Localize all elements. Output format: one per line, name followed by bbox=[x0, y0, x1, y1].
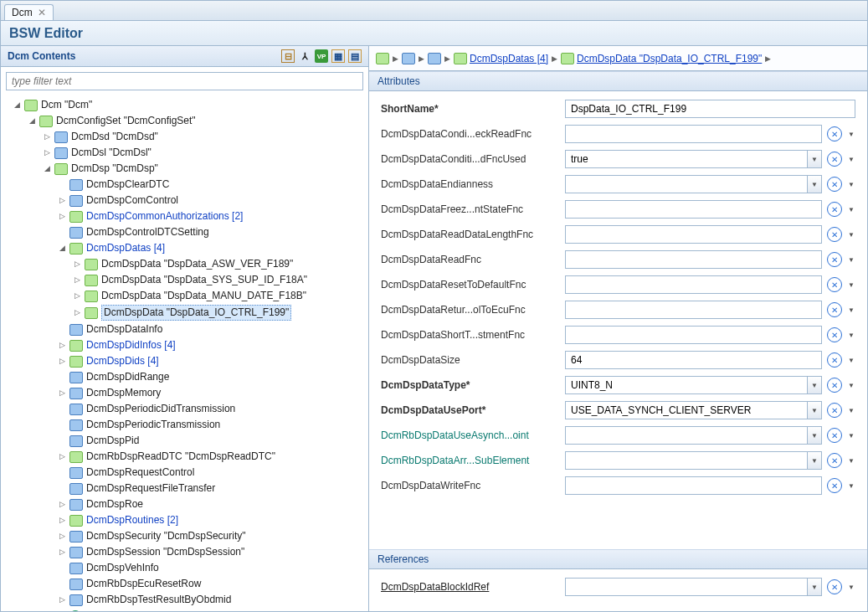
tree-node[interactable]: ▷DcmDspRoe bbox=[56, 496, 365, 512]
attribute-input[interactable] bbox=[565, 451, 807, 470]
collapse-icon[interactable]: ⊟ bbox=[281, 49, 295, 63]
attribute-input[interactable] bbox=[565, 376, 807, 394]
action-menu-icon[interactable]: ▼ bbox=[847, 357, 855, 364]
tree-node[interactable]: DcmDspControlDTCSetting bbox=[56, 224, 365, 240]
action-menu-icon[interactable]: ▼ bbox=[847, 256, 855, 264]
tree-node[interactable]: DcmDspPeriodicTransmission bbox=[56, 417, 365, 433]
reset-icon[interactable]: ✕ bbox=[827, 126, 842, 141]
expand-icon[interactable]: ▷ bbox=[58, 386, 66, 400]
tree-node[interactable]: TDcmDspDataDefaultEndianness - BIG_ENDIA… bbox=[56, 608, 365, 611]
reset-icon[interactable]: ✕ bbox=[827, 302, 842, 317]
action-menu-icon[interactable]: ▼ bbox=[847, 584, 855, 591]
action-menu-icon[interactable]: ▼ bbox=[847, 332, 855, 339]
filter-input[interactable] bbox=[6, 72, 363, 90]
action-menu-icon[interactable]: ▼ bbox=[847, 156, 855, 163]
tree-node[interactable]: DcmDspVehInfo bbox=[56, 560, 365, 576]
tree-node[interactable]: DcmDspDataInfo bbox=[56, 321, 365, 337]
tree-node[interactable]: ▷DcmDspDidInfos [4] bbox=[56, 337, 365, 353]
action-menu-icon[interactable]: ▼ bbox=[847, 382, 855, 389]
tree-node[interactable]: ▷DcmDsl "DcmDsl" bbox=[41, 145, 365, 161]
reset-icon[interactable]: ✕ bbox=[827, 478, 842, 493]
dropdown-icon[interactable]: ▼ bbox=[807, 451, 822, 470]
reset-icon[interactable]: ✕ bbox=[827, 453, 842, 468]
dropdown-icon[interactable]: ▼ bbox=[807, 175, 822, 193]
action-menu-icon[interactable]: ▼ bbox=[847, 482, 855, 490]
attribute-input[interactable] bbox=[565, 100, 855, 118]
tree-node[interactable]: ▷DcmDspSession "DcmDspSession" bbox=[56, 544, 365, 560]
action-menu-icon[interactable]: ▼ bbox=[847, 131, 855, 138]
expand-icon[interactable]: ▷ bbox=[58, 354, 66, 368]
collapse-icon[interactable]: ◢ bbox=[28, 114, 36, 128]
reset-icon[interactable]: ✕ bbox=[827, 152, 842, 167]
breadcrumb-item[interactable]: DcmDspDatas [4] bbox=[454, 53, 548, 64]
action-menu-icon[interactable]: ▼ bbox=[847, 206, 855, 213]
tree-node[interactable]: ▷DcmDspMemory bbox=[56, 385, 365, 401]
attribute-input[interactable] bbox=[565, 351, 822, 369]
tree-node[interactable]: ▷DcmDspDids [4] bbox=[56, 353, 365, 369]
action-menu-icon[interactable]: ▼ bbox=[847, 181, 855, 188]
tree-node[interactable]: DcmDspRequestControl bbox=[56, 465, 365, 481]
chevron-right-icon[interactable]: ▶ bbox=[552, 54, 557, 63]
tree-node[interactable]: DcmDspPeriodicDidTransmission bbox=[56, 401, 365, 417]
attribute-input[interactable] bbox=[565, 175, 807, 193]
expand-icon[interactable]: ▷ bbox=[73, 257, 81, 271]
attribute-input[interactable] bbox=[565, 225, 822, 244]
tree-node[interactable]: ◢DcmDspDatas [4] bbox=[56, 240, 365, 256]
tree-node[interactable]: ◢DcmConfigSet "DcmConfigSet" bbox=[26, 113, 365, 129]
collapse-icon[interactable]: ◢ bbox=[13, 98, 21, 112]
chevron-right-icon[interactable]: ▶ bbox=[444, 54, 450, 63]
tree-node[interactable]: ▷DcmDspData "DspData_IO_CTRL_F199" bbox=[71, 304, 365, 321]
dropdown-icon[interactable]: ▼ bbox=[807, 426, 822, 445]
vp-res-icon[interactable]: VP bbox=[315, 49, 328, 63]
tree-mode-icon[interactable]: ⅄ bbox=[298, 49, 311, 63]
attribute-input[interactable] bbox=[565, 578, 807, 596]
attribute-input[interactable] bbox=[565, 426, 807, 445]
action-menu-icon[interactable]: ▼ bbox=[847, 457, 855, 465]
breadcrumb-item[interactable] bbox=[428, 53, 441, 64]
expand-icon[interactable]: ▷ bbox=[58, 193, 66, 208]
attribute-input[interactable] bbox=[565, 275, 822, 294]
tree-node[interactable]: ▷DcmDspData "DspData_MANU_DATE_F18B" bbox=[71, 288, 365, 304]
expand-icon[interactable]: ▷ bbox=[58, 529, 66, 543]
tree-node[interactable]: DcmDspDidRange bbox=[56, 369, 365, 385]
tree-node[interactable]: ▷DcmDspRoutines [2] bbox=[56, 512, 365, 528]
breadcrumb-item[interactable] bbox=[402, 53, 415, 64]
tree-node[interactable]: ▷DcmDspData "DspData_ASW_VER_F189" bbox=[71, 256, 365, 272]
tree-node[interactable]: ◢DcmDsp "DcmDsp" bbox=[41, 161, 365, 177]
attribute-input[interactable] bbox=[565, 200, 822, 219]
dropdown-icon[interactable]: ▼ bbox=[807, 578, 822, 596]
reset-icon[interactable]: ✕ bbox=[827, 352, 842, 368]
expand-icon[interactable]: ▷ bbox=[58, 338, 66, 352]
expand-icon[interactable]: ▷ bbox=[73, 306, 81, 320]
expand-icon[interactable]: ▷ bbox=[58, 513, 66, 527]
reset-icon[interactable]: ✕ bbox=[827, 327, 842, 342]
breadcrumb-item[interactable]: DcmDspData "DspData_IO_CTRL_F199" bbox=[561, 53, 762, 64]
action-menu-icon[interactable]: ▼ bbox=[847, 432, 855, 440]
tree-node[interactable]: ▷DcmRbDspTestResultByObdmid bbox=[56, 592, 365, 608]
dropdown-icon[interactable]: ▼ bbox=[807, 376, 822, 394]
expand-icon[interactable]: ▷ bbox=[58, 593, 66, 607]
reset-icon[interactable]: ✕ bbox=[827, 227, 842, 242]
action-menu-icon[interactable]: ▼ bbox=[847, 281, 855, 289]
editor-tab[interactable]: Dcm ✕ bbox=[4, 4, 54, 20]
tree-node[interactable]: ▷DcmDsd "DcmDsd" bbox=[41, 129, 365, 145]
expand-icon[interactable]: ▷ bbox=[73, 289, 81, 303]
dropdown-icon[interactable]: ▼ bbox=[807, 150, 822, 168]
reset-icon[interactable]: ✕ bbox=[827, 403, 842, 418]
tree-node[interactable]: DcmDspPid bbox=[56, 433, 365, 449]
tree-node[interactable]: DcmDspRequestFileTransfer bbox=[56, 481, 365, 496]
attribute-input[interactable] bbox=[565, 250, 822, 269]
breadcrumb-item[interactable] bbox=[376, 53, 389, 64]
expand-icon[interactable]: ▷ bbox=[58, 450, 66, 464]
attribute-input[interactable] bbox=[565, 326, 822, 344]
chevron-right-icon[interactable]: ▶ bbox=[765, 54, 771, 63]
tree-node[interactable]: DcmDspClearDTC bbox=[56, 177, 365, 193]
attribute-input[interactable] bbox=[565, 301, 822, 319]
action-menu-icon[interactable]: ▼ bbox=[847, 231, 855, 239]
tree-node[interactable]: DcmRbDspEcuResetRow bbox=[56, 576, 365, 592]
tree-node[interactable]: ▷DcmDspComControl bbox=[56, 193, 365, 208]
grid-icon[interactable]: ▦ bbox=[331, 49, 345, 63]
list-icon[interactable]: ▤ bbox=[348, 49, 362, 63]
chevron-right-icon[interactable]: ▶ bbox=[419, 54, 424, 63]
reset-icon[interactable]: ✕ bbox=[827, 428, 842, 443]
